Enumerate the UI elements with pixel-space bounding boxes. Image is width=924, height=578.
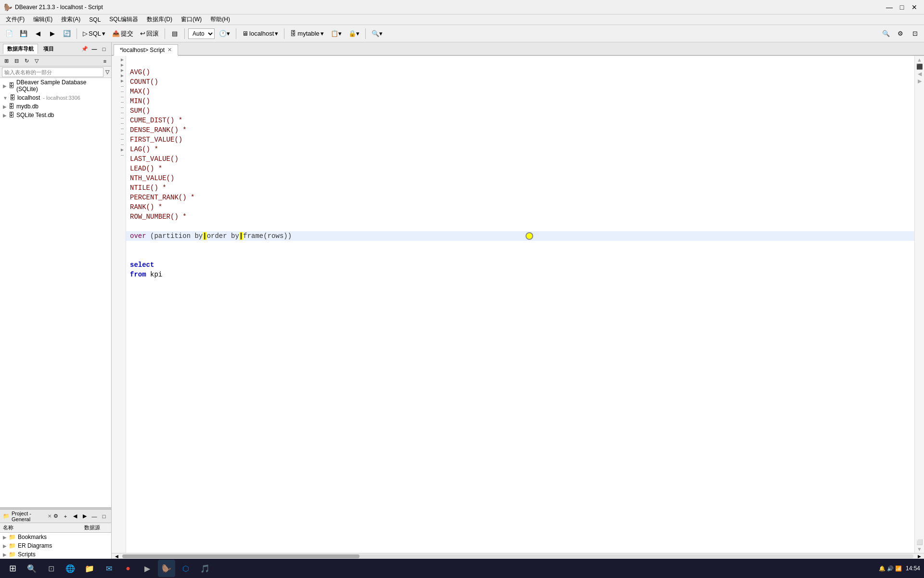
- nav-collapse-btn[interactable]: ⊟: [12, 57, 21, 66]
- proj-settings-btn[interactable]: ⚙: [51, 512, 60, 521]
- close-button[interactable]: ✕: [909, 1, 920, 13]
- menu-window[interactable]: 窗口(W): [177, 14, 205, 25]
- start-button[interactable]: ⊞: [4, 560, 21, 577]
- taskbar-dbeaver[interactable]: 🦫: [158, 560, 175, 577]
- taskbar-search[interactable]: 🔍: [23, 560, 40, 577]
- proj-minimize-btn[interactable]: —: [90, 512, 99, 521]
- project-tools: ⚙ + ◀ ▶ — □: [51, 512, 108, 521]
- rollback-btn[interactable]: ↩ 回滚: [138, 27, 161, 40]
- taskbar-taskview[interactable]: ⊡: [42, 560, 60, 577]
- code-max: MAX(): [130, 88, 150, 95]
- rollback-label: 回滚: [146, 29, 159, 38]
- db-search-input[interactable]: [2, 67, 103, 77]
- title-bar: 🦫 DBeaver 21.3.3 - localhost - Script — …: [0, 0, 924, 14]
- taskbar-chrome[interactable]: ●: [119, 560, 137, 577]
- proj-item-1[interactable]: ▶ 📁 ER Diagrams: [0, 541, 111, 550]
- minimize-button[interactable]: —: [884, 1, 895, 13]
- db-search: ▽: [0, 66, 111, 78]
- horizontal-scrollbar[interactable]: ◀ ▶: [112, 553, 924, 559]
- search-btn[interactable]: 🔍▾: [369, 27, 385, 40]
- nav-filter-btn[interactable]: ▽: [32, 57, 41, 66]
- save-btn[interactable]: 💾: [17, 27, 30, 40]
- menu-help[interactable]: 帮助(H): [206, 14, 234, 25]
- clock-btn[interactable]: 🕐▾: [217, 27, 232, 40]
- new-btn[interactable]: 📄: [3, 27, 15, 40]
- expand-btn[interactable]: ⊡: [909, 27, 921, 40]
- taskbar-vscode[interactable]: ⬡: [177, 560, 194, 577]
- proj-label-2: Scripts: [18, 551, 36, 558]
- menu-database[interactable]: 数据库(D): [143, 14, 176, 25]
- menu-edit[interactable]: 编辑(E): [29, 14, 56, 25]
- db-sub-1: - localhost:3306: [43, 95, 80, 101]
- db2-btn[interactable]: 📋▾: [328, 27, 344, 40]
- db-search-filter-btn[interactable]: ▽: [105, 69, 109, 75]
- taskbar-mail[interactable]: ✉: [100, 560, 117, 577]
- app-title: DBeaver 21.3.3 - localhost - Script: [15, 4, 103, 11]
- menu-bar: 文件(F) 编辑(E) 搜索(A) SQL SQL编辑器 数据库(D) 窗口(W…: [0, 14, 924, 25]
- scroll-right-btn[interactable]: ▶: [914, 553, 924, 559]
- refresh-btn[interactable]: 🔄: [61, 27, 73, 40]
- settings-btn[interactable]: ⚙: [894, 27, 907, 40]
- code-last: LAST_VALUE(): [130, 155, 179, 163]
- window-controls: — □ ✕: [884, 1, 920, 13]
- db-btn[interactable]: 🗄 mytable ▾: [288, 27, 326, 40]
- project-panel: 📁 Project - General ✕ ⚙ + ◀ ▶ — □ 名称 数据源: [0, 509, 111, 559]
- proj-item-0[interactable]: ▶ 📁 Bookmarks: [0, 533, 111, 541]
- editor-tab-script[interactable]: *localhost> Script ✕: [114, 44, 178, 56]
- sql-btn[interactable]: ▷ SQL ▾: [80, 27, 108, 40]
- proj-prev-btn[interactable]: ◀: [71, 512, 79, 521]
- gutter-arrow-9: —: [112, 99, 126, 105]
- gutter-arrow-5: ▶: [112, 78, 126, 83]
- back-btn[interactable]: ◀: [32, 27, 44, 40]
- nav-settings-btn[interactable]: ≡: [101, 57, 109, 66]
- format-btn[interactable]: ▤: [168, 27, 181, 40]
- proj-next-btn[interactable]: ▶: [80, 512, 89, 521]
- proj-maximize-btn[interactable]: □: [100, 512, 108, 521]
- proj-label-0: Bookmarks: [18, 534, 47, 540]
- minimize-panel-btn[interactable]: —: [90, 45, 99, 53]
- menu-file[interactable]: 文件(F): [2, 14, 28, 25]
- nav-new-btn[interactable]: ⊞: [2, 57, 11, 66]
- project-title: Project - General: [12, 511, 46, 522]
- taskbar-term[interactable]: ▶: [139, 560, 156, 577]
- project-name: 📁 Project - General ✕: [3, 511, 51, 522]
- code-over-line: over (partition by|order by|frame(rows)): [126, 231, 914, 241]
- tree-item-2[interactable]: ▶ 🗄 mydb.db: [0, 102, 111, 111]
- lock-btn[interactable]: 🔒▾: [346, 27, 362, 40]
- menu-search[interactable]: 搜索(A): [57, 14, 84, 25]
- taskbar-media[interactable]: 🎵: [196, 560, 214, 577]
- search-right-btn[interactable]: 🔍: [880, 27, 892, 40]
- editor-content[interactable]: AVG() COUNT() MAX() MIN() SUM() CUME_DIS…: [126, 56, 914, 553]
- menu-sql[interactable]: SQL: [85, 15, 104, 24]
- code-over: over: [130, 232, 150, 240]
- code-paren: (partition by: [150, 232, 203, 240]
- scroll-track[interactable]: [122, 554, 913, 558]
- proj-add-btn[interactable]: +: [61, 512, 70, 521]
- sep5: [284, 28, 284, 39]
- tab-project[interactable]: 项目: [39, 44, 58, 54]
- pin-btn[interactable]: 📌: [80, 45, 89, 53]
- auto-commit-combo[interactable]: Auto: [188, 28, 215, 39]
- taskbar-edge[interactable]: 🌐: [62, 560, 79, 577]
- maximize-panel-btn[interactable]: □: [100, 45, 108, 53]
- maximize-button[interactable]: □: [896, 1, 908, 13]
- menu-sqleditor[interactable]: SQL编辑器: [105, 14, 142, 25]
- tree-item-0[interactable]: ▶ 🗄 DBeaver Sample Database (SQLite): [0, 78, 111, 93]
- tab-close-btn[interactable]: ✕: [167, 47, 172, 53]
- forward-btn[interactable]: ▶: [46, 27, 59, 40]
- project-close-btn[interactable]: ✕: [48, 513, 51, 519]
- submit-btn[interactable]: 📤 提交: [110, 27, 136, 40]
- scroll-left-btn[interactable]: ◀: [112, 553, 121, 559]
- nav-refresh-btn[interactable]: ↻: [22, 57, 31, 66]
- editor-tab-bar: *localhost> Script ✕: [112, 42, 924, 56]
- tab-db-navigator[interactable]: 数据库导航: [3, 44, 38, 54]
- scroll-thumb: [122, 554, 359, 558]
- proj-item-2[interactable]: ▶ 📁 Scripts: [0, 550, 111, 559]
- panel-tabs: 数据库导航 项目: [3, 44, 58, 54]
- taskbar-files[interactable]: 📁: [81, 560, 98, 577]
- tree-item-3[interactable]: ▶ 🗄 SQLite Test.db: [0, 111, 111, 119]
- code-dense: DENSE_RANK() *: [130, 126, 187, 134]
- host-btn[interactable]: 🖥 localhost ▾: [240, 27, 281, 40]
- tree-item-1[interactable]: ▼ 🗄 localhost - localhost:3306: [0, 93, 111, 102]
- db-icon-0: 🗄: [9, 82, 14, 89]
